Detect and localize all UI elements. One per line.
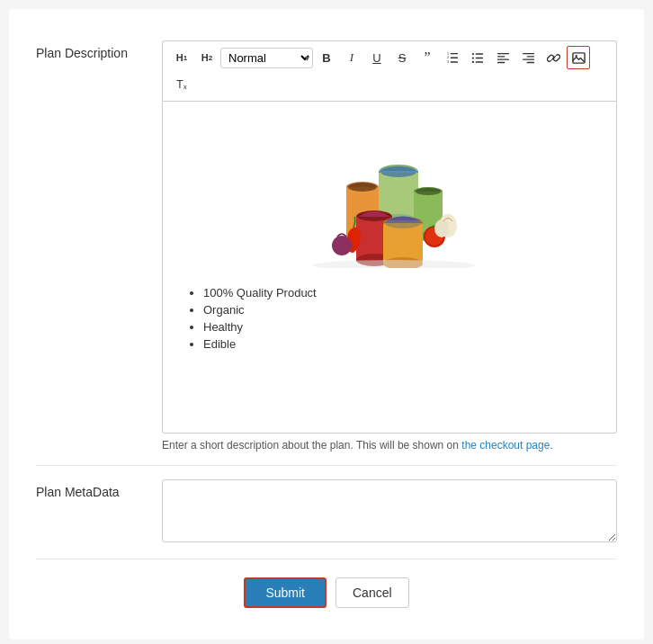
svg-point-9 bbox=[471, 52, 473, 54]
image-icon bbox=[572, 51, 586, 65]
bullet-item-2: Organic bbox=[203, 303, 598, 317]
svg-point-47 bbox=[434, 219, 449, 237]
bullet-item-4: Edible bbox=[203, 337, 598, 351]
ordered-list-button[interactable]: 1 2 3 bbox=[441, 46, 464, 69]
heading2-button[interactable]: H2 bbox=[195, 46, 219, 69]
bullet-item-1: 100% Quality Product bbox=[203, 286, 598, 300]
clear-format-button[interactable]: Tx bbox=[170, 73, 193, 96]
svg-rect-17 bbox=[526, 56, 533, 57]
bold-button[interactable]: B bbox=[315, 46, 338, 69]
plan-metadata-field bbox=[162, 479, 617, 545]
image-button[interactable] bbox=[567, 46, 590, 69]
svg-point-48 bbox=[332, 236, 352, 255]
submit-button[interactable]: Submit bbox=[244, 577, 326, 608]
italic-button[interactable]: I bbox=[340, 46, 363, 69]
format-select[interactable]: Normal Heading 1 Heading 2 Heading 3 Par… bbox=[220, 48, 313, 68]
svg-rect-6 bbox=[475, 53, 482, 54]
plan-metadata-label: Plan MetaData bbox=[36, 479, 162, 502]
link-button[interactable] bbox=[541, 46, 565, 69]
underline-button[interactable]: U bbox=[365, 46, 389, 69]
link-icon bbox=[547, 51, 560, 65]
plan-metadata-input[interactable] bbox=[162, 479, 617, 542]
svg-point-11 bbox=[471, 60, 473, 62]
button-row: Submit Cancel bbox=[36, 559, 617, 613]
svg-point-35 bbox=[416, 188, 441, 195]
heading1-button[interactable]: H1 bbox=[170, 46, 193, 69]
plan-description-label: Plan Description bbox=[36, 40, 162, 63]
align-right-button[interactable] bbox=[516, 46, 540, 69]
svg-rect-15 bbox=[496, 61, 504, 62]
align-left-icon bbox=[496, 51, 510, 65]
svg-text:2: 2 bbox=[446, 56, 448, 59]
ordered-list-icon: 1 2 3 bbox=[446, 51, 460, 65]
svg-rect-1 bbox=[450, 57, 457, 58]
format-select-container[interactable]: Normal Heading 1 Heading 2 Heading 3 Par… bbox=[220, 48, 313, 68]
rte-hint: Enter a short description about the plan… bbox=[162, 439, 617, 452]
svg-rect-18 bbox=[522, 58, 533, 59]
svg-rect-16 bbox=[522, 52, 533, 53]
rte-toolbar: H1 H2 Normal Heading 1 Heading 2 Heading… bbox=[162, 40, 617, 101]
svg-text:1: 1 bbox=[446, 51, 448, 55]
svg-point-31 bbox=[348, 183, 377, 192]
align-left-button[interactable] bbox=[491, 46, 514, 69]
svg-rect-14 bbox=[496, 58, 508, 59]
content-bullet-list: 100% Quality Product Organic Healthy Edi… bbox=[181, 286, 598, 351]
svg-text:3: 3 bbox=[446, 60, 448, 64]
plan-description-field: H1 H2 Normal Heading 1 Heading 2 Heading… bbox=[162, 40, 617, 452]
strikethrough-button[interactable]: S bbox=[390, 46, 414, 69]
unordered-list-button[interactable] bbox=[466, 46, 489, 69]
plan-description-row: Plan Description H1 H2 Normal Heading 1 bbox=[36, 27, 617, 466]
svg-rect-2 bbox=[450, 61, 457, 62]
bullet-item-3: Healthy bbox=[203, 320, 598, 334]
svg-rect-7 bbox=[475, 57, 482, 58]
plan-metadata-row: Plan MetaData bbox=[36, 466, 617, 559]
rte-content[interactable]: 100% Quality Product Organic Healthy Edi… bbox=[162, 101, 617, 434]
svg-rect-13 bbox=[496, 56, 504, 57]
blockquote-button[interactable]: ” bbox=[416, 46, 439, 69]
unordered-list-icon bbox=[471, 51, 485, 65]
svg-rect-19 bbox=[526, 61, 533, 62]
form-container: Plan Description H1 H2 Normal Heading 1 bbox=[9, 9, 644, 640]
align-right-icon bbox=[522, 51, 535, 65]
svg-rect-12 bbox=[496, 52, 508, 53]
cancel-button[interactable]: Cancel bbox=[335, 577, 409, 608]
checkout-page-link[interactable]: the checkout page bbox=[461, 439, 550, 452]
canned-goods-image bbox=[295, 120, 484, 268]
svg-rect-0 bbox=[450, 52, 457, 53]
rte-image-area bbox=[181, 120, 598, 268]
svg-point-10 bbox=[471, 57, 473, 58]
svg-rect-8 bbox=[475, 61, 482, 62]
